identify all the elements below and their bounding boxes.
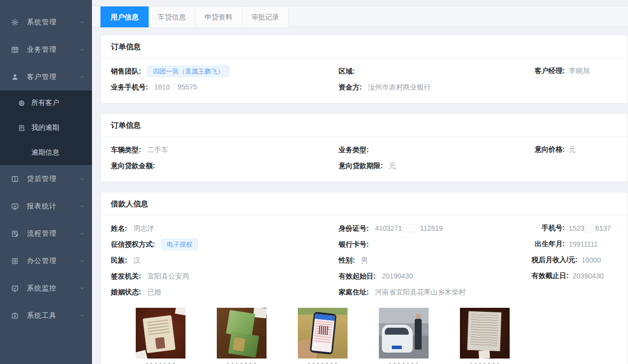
sidebar-item-label: 贷后管理 xyxy=(27,175,79,183)
tab-loan-application-docs[interactable]: 申贷资料 xyxy=(195,6,242,27)
card-body: 车辆类型: 二手车 业务类型: 意向价格: 元 xyxy=(101,137,628,182)
chevron-down-icon xyxy=(79,313,85,319)
sidebar-item-my-overdue[interactable]: 我的逾期 xyxy=(0,115,92,140)
top-spacer xyxy=(92,0,628,6)
field-id-number: 身份证号: 4103271112819 xyxy=(339,224,532,233)
field-label: 资金方: xyxy=(339,83,362,91)
field-home-address: 家庭住址: 河南省宜阳县花果山乡木柴村 xyxy=(339,287,532,297)
sidebar-item-label: 我的逾期 xyxy=(31,123,59,132)
field-intended-price: 意向价格: 元 xyxy=(532,145,618,154)
field-business-phone: 业务手机号: 181095575 xyxy=(111,83,339,92)
clipboard-icon xyxy=(11,230,19,238)
tab-approval-records[interactable]: 审批记录 xyxy=(242,6,289,27)
sidebar-item-label: 逾期信息 xyxy=(31,148,59,157)
toolbox-icon xyxy=(11,312,19,320)
photo-figure xyxy=(460,308,510,364)
field-ethnicity: 民族: 汉 xyxy=(111,256,339,265)
chevron-down-icon xyxy=(79,47,85,53)
content-area[interactable]: 订单信息 销售团队: 四团一营（直属王鹏飞） 区域: 客户经理: xyxy=(92,27,628,364)
field-row: 民族: 汉 性别: 男 税后月收入/元: 10000 xyxy=(111,252,618,268)
main-panel: 用户信息 车贷信息 申贷资料 审批记录 订单信息 销售团队: 四团一营（直属王鹏… xyxy=(92,0,628,364)
phone-qr-photo[interactable] xyxy=(298,308,348,359)
sidebar-item-customer-management[interactable]: 客户管理 xyxy=(0,63,92,91)
field-label: 有效起始日: xyxy=(339,272,376,280)
field-value: 元 xyxy=(569,145,618,154)
field-name: 姓名: 周志洋 xyxy=(111,224,339,233)
sidebar-item-system-monitor[interactable]: 系统监控 xyxy=(0,274,92,302)
sidebar-item-label: 系统监控 xyxy=(27,284,79,293)
sidebar-item-all-customers[interactable]: 所有客户 xyxy=(0,91,92,115)
field-value: 15236137 xyxy=(569,224,618,232)
field-label: 手机号: xyxy=(541,224,565,233)
sidebar-item-label: 所有客户 xyxy=(31,98,59,107)
field-value: 已婚 xyxy=(147,288,161,296)
field-label: 销售团队: xyxy=(111,67,141,75)
customer-management-submenu: 所有客户 我的逾期 逾期信息 xyxy=(0,91,92,165)
chevron-down-icon xyxy=(79,258,85,264)
field-row: 车辆类型: 二手车 业务类型: 意向价格: 元 xyxy=(111,142,618,158)
tab-car-loan-info[interactable]: 车贷信息 xyxy=(149,6,195,27)
person-with-car-photo[interactable] xyxy=(379,308,429,359)
chevron-down-icon xyxy=(79,231,85,237)
sidebar-item-overdue-info[interactable]: 逾期信息 xyxy=(0,140,92,165)
field-sales-team: 销售团队: 四团一营（直属王鹏飞） xyxy=(111,66,339,77)
card-body: 姓名: 周志洋 身份证号: 4103271112819 手机号: 1523613… xyxy=(101,215,628,364)
field-region: 区域: xyxy=(339,67,532,76)
photo-figure xyxy=(379,308,429,364)
credit-auth-tag[interactable]: 电子授权 xyxy=(161,239,198,250)
field-label: 业务手机号: xyxy=(111,83,148,91)
field-row: 征信授权方式: 电子授权 银行卡号: 出生年月: 19911111 xyxy=(111,236,618,252)
handwritten-document-photo[interactable] xyxy=(460,308,510,359)
document-photos xyxy=(136,308,618,364)
sidebar-item-label: 报表统计 xyxy=(27,202,79,211)
field-label: 家庭住址: xyxy=(339,288,369,296)
card-title: 订单信息 xyxy=(101,35,628,58)
sidebar-item-office-management[interactable]: 办公管理 xyxy=(0,247,92,274)
sales-team-tag[interactable]: 四团一营（直属王鹏飞） xyxy=(147,66,229,77)
chevron-down-icon xyxy=(79,285,85,291)
field-valid-to: 有效截止日: 20390430 xyxy=(532,272,622,280)
field-label: 业务类型: xyxy=(339,146,369,154)
sidebar-item-system-tools[interactable]: 系统工具 xyxy=(0,302,92,329)
field-loan-term: 意向贷款期限: 元 xyxy=(339,161,532,171)
field-row: 姓名: 周志洋 身份证号: 4103271112819 手机号: 1523613… xyxy=(111,220,618,236)
field-label: 税后月收入/元: xyxy=(532,256,578,265)
chevron-down-icon xyxy=(79,203,85,209)
field-value: 汉 xyxy=(133,256,140,264)
card-title: 借款人信息 xyxy=(101,192,628,215)
photo-figure xyxy=(217,308,267,364)
user-icon xyxy=(11,73,19,81)
field-label: 区域: xyxy=(339,67,355,75)
field-label: 有效截止日: xyxy=(532,272,569,280)
field-issuing-authority: 签发机关: 宜阳县公安局 xyxy=(111,272,339,281)
sidebar-item-report-statistics[interactable]: 报表统计 xyxy=(0,192,92,220)
field-label: 意向贷款期限: xyxy=(339,162,383,170)
sidebar-item-postloan-management[interactable]: 贷后管理 xyxy=(0,165,92,192)
field-monthly-income: 税后月收入/元: 10000 xyxy=(532,256,628,265)
sidebar: 系统管理 业务管理 客户管理 所有客户 xyxy=(0,0,92,364)
sidebar-item-process-management[interactable]: 流程管理 xyxy=(0,220,92,247)
field-credit-authorization: 征信授权方式: 电子授权 xyxy=(111,239,339,250)
tab-user-info[interactable]: 用户信息 xyxy=(100,6,149,27)
field-birth-date: 出生年月: 19911111 xyxy=(532,240,618,249)
green-booklet-photo[interactable] xyxy=(217,308,267,359)
tab-bar-filler xyxy=(289,6,628,26)
field-value: 男 xyxy=(361,256,368,264)
sidebar-item-label: 办公管理 xyxy=(27,257,79,266)
sidebar-item-system-management[interactable]: 系统管理 xyxy=(0,8,92,36)
field-row: 销售团队: 四团一营（直属王鹏飞） 区域: 客户经理: 李晓旭 xyxy=(111,63,618,79)
field-value: 181095575 xyxy=(154,83,197,91)
sidebar-item-label: 流程管理 xyxy=(27,229,79,238)
borrower-info-card: 借款人信息 姓名: 周志洋 身份证号: 4103271112819 手机号: xyxy=(100,192,628,364)
sidebar-item-business-management[interactable]: 业务管理 xyxy=(0,36,92,63)
field-label: 意向贷款金额: xyxy=(111,162,155,170)
monitor-check-icon xyxy=(11,284,19,292)
card-body: 销售团队: 四团一营（直属王鹏飞） 区域: 客户经理: 李晓旭 xyxy=(101,58,628,103)
id-card-photo[interactable] xyxy=(136,308,185,359)
book-icon xyxy=(11,175,19,183)
value-suffix: 112819 xyxy=(420,224,443,232)
wheel-icon xyxy=(18,99,25,107)
monitor-icon xyxy=(11,202,19,210)
sidebar-item-label: 系统管理 xyxy=(27,18,79,27)
field-vehicle-type: 车辆类型: 二手车 xyxy=(111,145,339,155)
